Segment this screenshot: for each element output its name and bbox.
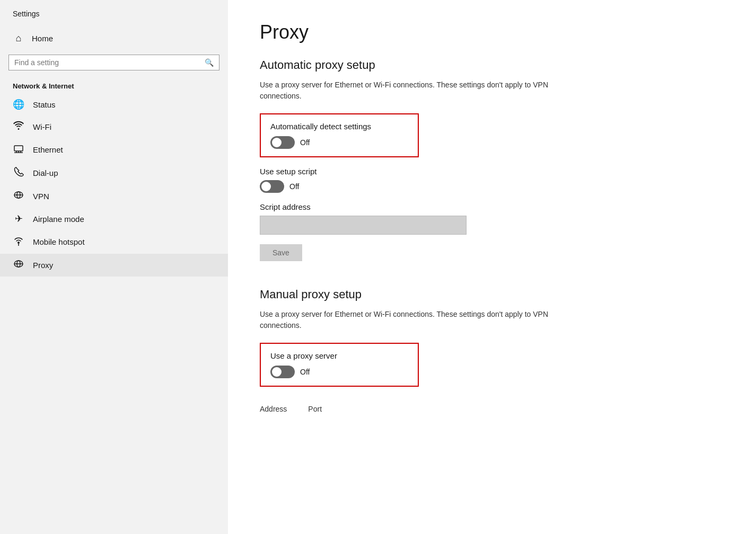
- use-proxy-state: Off: [300, 368, 310, 376]
- manual-section: Manual proxy setup Use a proxy server fo…: [260, 288, 724, 413]
- hotspot-icon: [13, 235, 24, 248]
- dialup-icon: [13, 166, 24, 180]
- sidebar-item-hotspot[interactable]: Mobile hotspot: [0, 230, 228, 254]
- home-icon: ⌂: [13, 33, 24, 44]
- status-icon: 🌐: [13, 99, 24, 110]
- use-script-state: Off: [289, 182, 299, 191]
- sidebar-item-status[interactable]: 🌐 Status: [0, 93, 228, 115]
- search-input[interactable]: [14, 58, 205, 67]
- svg-rect-0: [14, 146, 23, 151]
- ethernet-icon: [13, 144, 24, 156]
- app-title: Settings: [0, 0, 228, 26]
- use-script-toggle[interactable]: [260, 180, 284, 193]
- sidebar-item-proxy[interactable]: Proxy: [0, 254, 228, 277]
- page-title: Proxy: [260, 21, 724, 43]
- manual-section-title: Manual proxy setup: [260, 288, 724, 301]
- use-script-toggle-row: Off: [260, 180, 724, 193]
- save-button[interactable]: Save: [260, 244, 302, 261]
- script-address-item: Script address: [260, 202, 724, 235]
- sidebar-item-ethernet[interactable]: Ethernet: [0, 138, 228, 161]
- script-address-input[interactable]: [260, 216, 467, 235]
- search-icon: 🔍: [205, 58, 214, 67]
- main-content: Proxy Automatic proxy setup Use a proxy …: [228, 0, 756, 534]
- sidebar: Settings ⌂ Home 🔍 Network & Internet 🌐 S…: [0, 0, 228, 534]
- auto-detect-toggle-row: Off: [270, 136, 408, 149]
- wifi-icon: [13, 121, 24, 133]
- nav-section-title: Network & Internet: [0, 77, 228, 93]
- use-proxy-toggle[interactable]: [270, 366, 295, 378]
- use-proxy-label: Use a proxy server: [270, 351, 408, 360]
- sidebar-item-ethernet-label: Ethernet: [33, 145, 63, 154]
- port-label: Port: [308, 405, 322, 413]
- home-label: Home: [32, 34, 53, 43]
- auto-detect-toggle[interactable]: [270, 136, 295, 149]
- sidebar-item-wifi[interactable]: Wi-Fi: [0, 115, 228, 138]
- sidebar-item-wifi-label: Wi-Fi: [33, 122, 51, 131]
- vpn-icon: [13, 190, 24, 202]
- use-script-item: Use setup script Off: [260, 167, 724, 193]
- sidebar-item-hotspot-label: Mobile hotspot: [33, 237, 85, 246]
- use-proxy-toggle-row: Off: [270, 366, 408, 378]
- sidebar-item-dialup-label: Dial-up: [33, 168, 58, 177]
- address-port-row: Address Port: [260, 405, 724, 413]
- sidebar-item-airplane-label: Airplane mode: [33, 215, 84, 224]
- use-script-knob: [261, 182, 271, 191]
- sidebar-item-proxy-label: Proxy: [33, 261, 53, 270]
- svg-point-8: [17, 242, 20, 244]
- auto-detect-label: Automatically detect settings: [270, 122, 408, 131]
- auto-section-desc: Use a proxy server for Ethernet or Wi-Fi…: [260, 79, 588, 102]
- auto-detect-state: Off: [300, 138, 310, 147]
- sidebar-item-airplane[interactable]: ✈ Airplane mode: [0, 208, 228, 230]
- auto-detect-knob: [272, 138, 282, 147]
- sidebar-item-home[interactable]: ⌂ Home: [0, 26, 228, 50]
- sidebar-item-dialup[interactable]: Dial-up: [0, 161, 228, 185]
- address-label: Address: [260, 405, 287, 413]
- auto-section-title: Automatic proxy setup: [260, 58, 724, 72]
- sidebar-item-vpn[interactable]: VPN: [0, 185, 228, 208]
- auto-detect-box: Automatically detect settings Off: [260, 113, 419, 157]
- use-proxy-knob: [272, 367, 282, 377]
- search-box[interactable]: 🔍: [8, 55, 219, 70]
- sidebar-item-status-label: Status: [33, 100, 56, 109]
- proxy-icon: [13, 259, 24, 271]
- sidebar-item-vpn-label: VPN: [33, 192, 49, 201]
- manual-section-desc: Use a proxy server for Ethernet or Wi-Fi…: [260, 309, 588, 331]
- use-script-label: Use setup script: [260, 167, 724, 176]
- use-proxy-box: Use a proxy server Off: [260, 343, 419, 387]
- airplane-icon: ✈: [13, 213, 24, 225]
- script-address-label: Script address: [260, 202, 724, 211]
